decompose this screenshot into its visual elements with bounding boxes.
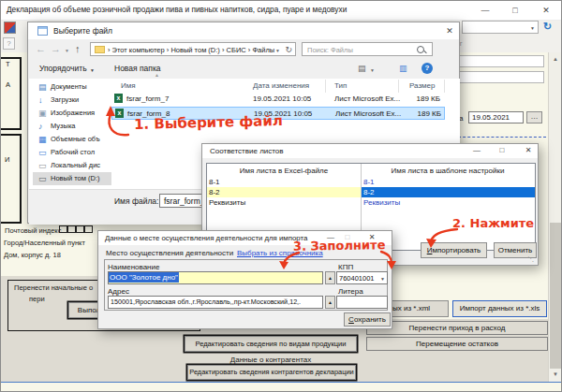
- back-icon[interactable]: ←: [36, 43, 46, 54]
- house-label: Дом, корпус д. 18: [4, 251, 61, 259]
- view-chevron-down-icon[interactable]: ▼: [370, 67, 375, 73]
- background-field-1[interactable]: [456, 55, 544, 67]
- sheet-excel-name: Реквизиты: [209, 198, 245, 207]
- organize-menu[interactable]: Упорядочить: [39, 64, 87, 73]
- nav-chevron-down-icon[interactable]: ▼: [65, 48, 69, 53]
- sheet-row[interactable]: Реквизиты Реквизиты: [207, 197, 535, 208]
- kpp-combobox[interactable]: 760401001 ▼: [336, 271, 388, 284]
- scrollbar-thumb[interactable]: [550, 223, 562, 369]
- date-field[interactable]: 19.05.2021: [468, 111, 524, 123]
- postal-cell[interactable]: [84, 225, 93, 233]
- import-xls-button[interactable]: Импорт данных из *.xls: [452, 300, 547, 317]
- drive-icon: ▭: [38, 161, 47, 170]
- sidebar-item-local-disk[interactable]: Локальный дис: [51, 161, 111, 169]
- breadcrumb-separator: ›: [222, 46, 225, 54]
- column-header-size[interactable]: Размер: [409, 81, 436, 90]
- breadcrumb-item-computer[interactable]: Этот компьютер: [112, 46, 165, 54]
- file-row[interactable]: x fsrar_form_7 19.05.2021 10:05 Лист Mic…: [111, 93, 445, 106]
- scroll-up-icon[interactable]: ▲: [553, 56, 558, 62]
- cube-icon: ▦: [38, 135, 47, 144]
- folder-icon: [95, 46, 105, 53]
- column-header-name[interactable]: Имя: [121, 81, 136, 90]
- scroll-down-icon[interactable]: ▼: [553, 371, 558, 377]
- file-dialog-titlebar: Выберите файл ✕: [28, 22, 459, 39]
- sheet-template-name: Реквизиты: [363, 198, 400, 207]
- view-columns-icon[interactable]: ▥: [399, 64, 407, 73]
- sidebar-item-documents[interactable]: Документы: [51, 82, 87, 91]
- help-icon[interactable]: ?: [3, 37, 15, 50]
- forward-icon[interactable]: →: [51, 43, 61, 54]
- refresh-icon[interactable]: ↻: [543, 21, 552, 33]
- sheet-excel-name: 8-2: [209, 188, 220, 196]
- search-input[interactable]: Поиск: Файлы: [302, 42, 433, 56]
- breadcrumb-item-volume[interactable]: Новый том (D:): [170, 46, 220, 54]
- up-icon[interactable]: ↑: [75, 43, 81, 54]
- breadcrumb-item-files[interactable]: Файлы: [252, 46, 274, 54]
- sidebar-item-desktop[interactable]: Рабочий стол: [51, 148, 95, 156]
- form-fragment-letter: И: [5, 155, 9, 164]
- file-type: Лист Microsoft Ex...: [334, 94, 400, 103]
- edit-contractors-button[interactable]: Редактировать сведения контрагентов декл…: [187, 365, 356, 380]
- close-icon[interactable]: ✕: [440, 23, 459, 38]
- postal-cell[interactable]: [76, 225, 84, 233]
- postal-cell[interactable]: [67, 225, 76, 233]
- help-icon[interactable]: ?: [422, 63, 433, 74]
- file-size: 189 КБ: [400, 109, 441, 118]
- breadcrumb-chevron-down-icon[interactable]: ▼: [275, 48, 280, 53]
- address-label: Адрес: [108, 287, 129, 296]
- sidebar-item-new-volume[interactable]: Новый том (D:): [51, 174, 100, 182]
- date-picker-button[interactable]: …: [526, 111, 542, 123]
- sidebar-item-music[interactable]: Музыка: [51, 122, 76, 130]
- column-header-date[interactable]: Дата изменения: [253, 81, 309, 90]
- background-field-2[interactable]: [456, 71, 544, 83]
- view-list-icon[interactable]: ▤: [358, 64, 366, 73]
- sheet-row-selected[interactable]: 8-2 8-2: [207, 187, 535, 197]
- form-fragment-letter: Т: [6, 60, 10, 68]
- close-icon[interactable]: ✕: [519, 144, 538, 157]
- sidebar-item-pictures[interactable]: Изображения: [51, 109, 95, 117]
- move-income-button[interactable]: Перенести приход в расход: [366, 321, 548, 335]
- main-toolbar-combobox[interactable]: ▼: [462, 21, 539, 34]
- close-icon[interactable]: ✕: [533, 2, 559, 19]
- address-field[interactable]: 150001,Ярославская обл.,г.Ярославль,,пр-…: [108, 296, 323, 309]
- search-placeholder: Поиск: Файлы: [307, 46, 353, 54]
- file-dialog-title: Выберите файл: [53, 26, 112, 36]
- sheet-row[interactable]: 8-1 8-1: [207, 177, 535, 187]
- minimize-icon[interactable]: —: [473, 2, 497, 19]
- monitor-icon: ▭: [38, 148, 47, 157]
- breadcrumb-refresh-icon[interactable]: ↻: [285, 45, 292, 54]
- move-remainder-button[interactable]: Перемещение остатков: [366, 337, 548, 351]
- litera-field[interactable]: [336, 296, 388, 309]
- minimize-icon[interactable]: —: [468, 144, 485, 157]
- sheets-col-header-template[interactable]: Имя листа в шаблоне настройки: [361, 167, 535, 175]
- contractors-label: Данные о контрагентах: [186, 356, 355, 364]
- address-expand-button[interactable]: ▲: [325, 296, 335, 309]
- save-import-icon[interactable]: [4, 22, 16, 34]
- main-scrollbar[interactable]: ▲ ▼: [548, 52, 562, 382]
- sidebar-item-3d-objects[interactable]: Объемные объ: [51, 135, 111, 143]
- save-button[interactable]: Сохранить: [344, 312, 391, 327]
- column-divider: [444, 80, 445, 93]
- postal-cell[interactable]: [59, 225, 67, 233]
- postal-label: Почтовый индекс: [5, 226, 61, 235]
- sheets-col-header-excel[interactable]: Имя листа в Excel-файле: [207, 167, 361, 175]
- annotation-step2: 2. Нажмите: [452, 216, 534, 230]
- maximize-icon[interactable]: □: [503, 2, 527, 19]
- column-header-type[interactable]: Тип: [334, 81, 347, 90]
- maximize-icon[interactable]: □: [494, 144, 510, 157]
- breadcrumb[interactable]: › Этот компьютер › Новый том (D:) › СБИС…: [90, 42, 296, 56]
- edit-products-button[interactable]: Редактировать сведения по видам продукци…: [185, 336, 357, 352]
- chevron-down-icon[interactable]: ▼: [530, 25, 535, 31]
- kpp-chevron-down-icon[interactable]: ▼: [380, 276, 385, 282]
- import-button[interactable]: Импортировать: [421, 242, 487, 258]
- name-expand-button[interactable]: ▲: [325, 271, 335, 284]
- sheets-dialog-titlebar: Соответствие листов — □ ✕: [202, 144, 538, 158]
- city-label: Город/Населенный пункт: [4, 239, 85, 247]
- name-field[interactable]: ООО "Золотое дно": [108, 271, 323, 284]
- sheet-template-cell: [362, 187, 535, 197]
- breadcrumb-separator: ›: [167, 46, 170, 54]
- sidebar-item-downloads[interactable]: Загрузки: [51, 95, 79, 104]
- breadcrumb-item-sbis[interactable]: СБИС: [227, 46, 246, 54]
- sheet-template-name: 8-2: [363, 188, 375, 196]
- resize-grip-icon[interactable]: ⋱: [527, 255, 534, 263]
